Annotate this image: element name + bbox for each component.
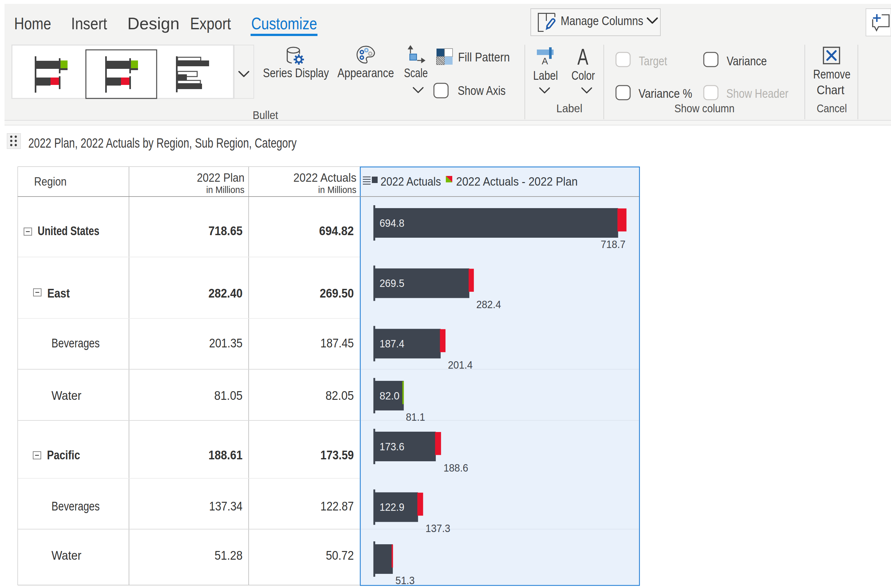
svg-text:51.28: 51.28 — [214, 549, 243, 562]
svg-text:122.9: 122.9 — [380, 501, 404, 513]
svg-text:718.7: 718.7 — [601, 238, 626, 250]
svg-text:187.45: 187.45 — [320, 336, 354, 350]
svg-text:Beverages: Beverages — [51, 336, 100, 350]
svg-text:Series Display: Series Display — [263, 66, 329, 80]
svg-text:137.34: 137.34 — [209, 500, 243, 513]
svg-text:Variance %: Variance % — [639, 87, 692, 100]
svg-text:United States: United States — [38, 224, 99, 238]
svg-text:Cancel: Cancel — [817, 102, 847, 114]
svg-text:Fill Pattern: Fill Pattern — [458, 50, 510, 64]
svg-text:Export: Export — [190, 14, 231, 33]
svg-text:269.5: 269.5 — [380, 277, 404, 289]
svg-text:East: East — [47, 286, 70, 300]
svg-text:Insert: Insert — [71, 14, 107, 33]
svg-text:51.3: 51.3 — [395, 574, 415, 586]
svg-text:Show column: Show column — [675, 102, 735, 114]
svg-text:Water: Water — [51, 549, 81, 562]
svg-text:Remove: Remove — [813, 67, 850, 81]
svg-text:50.72: 50.72 — [326, 549, 354, 562]
svg-text:694.8: 694.8 — [380, 217, 404, 229]
svg-text:188.61: 188.61 — [208, 448, 243, 462]
svg-text:694.82: 694.82 — [319, 224, 354, 238]
svg-text:Customize: Customize — [251, 14, 317, 33]
svg-text:201.35: 201.35 — [209, 336, 243, 350]
svg-text:Region: Region — [34, 175, 67, 188]
svg-text:2022 Plan, 2022 Actuals by Reg: 2022 Plan, 2022 Actuals by Region, Sub R… — [28, 135, 297, 150]
svg-text:Target: Target — [639, 54, 667, 68]
svg-text:188.6: 188.6 — [444, 462, 468, 474]
svg-text:82.0: 82.0 — [380, 390, 399, 402]
svg-text:282.40: 282.40 — [208, 286, 243, 300]
svg-text:Water: Water — [51, 389, 81, 402]
svg-text:Show Axis: Show Axis — [458, 84, 506, 98]
svg-text:Chart: Chart — [817, 83, 844, 97]
svg-text:Bullet: Bullet — [253, 109, 278, 121]
svg-text:718.65: 718.65 — [208, 224, 243, 238]
svg-text:Beverages: Beverages — [51, 500, 100, 513]
svg-text:in Millions: in Millions — [318, 184, 356, 195]
svg-text:137.3: 137.3 — [426, 522, 450, 534]
svg-text:2022 Actuals: 2022 Actuals — [381, 175, 441, 188]
svg-text:81.05: 81.05 — [214, 389, 243, 402]
svg-text:A: A — [542, 56, 548, 66]
svg-text:Home: Home — [14, 14, 51, 33]
svg-text:269.50: 269.50 — [320, 286, 354, 300]
svg-text:in Millions: in Millions — [206, 184, 244, 195]
svg-text:201.4: 201.4 — [448, 359, 472, 371]
svg-text:173.6: 173.6 — [380, 441, 404, 453]
svg-text:Appearance: Appearance — [338, 66, 394, 80]
svg-text:Show Header: Show Header — [726, 87, 788, 100]
svg-text:Label: Label — [556, 102, 582, 114]
svg-text:173.59: 173.59 — [320, 448, 354, 462]
svg-text:Label: Label — [533, 69, 558, 82]
svg-text:187.4: 187.4 — [380, 338, 404, 350]
svg-text:82.05: 82.05 — [326, 389, 354, 402]
svg-text:81.1: 81.1 — [406, 411, 425, 423]
svg-text:2022 Actuals: 2022 Actuals — [293, 171, 356, 184]
svg-text:122.87: 122.87 — [320, 500, 354, 513]
svg-text:A: A — [578, 44, 588, 69]
svg-text:Variance: Variance — [727, 54, 767, 68]
svg-text:2022 Plan: 2022 Plan — [197, 171, 244, 184]
svg-text:Scale: Scale — [404, 66, 428, 80]
svg-text:Pacific: Pacific — [47, 448, 80, 462]
svg-text:Design: Design — [128, 14, 180, 33]
svg-text:Color: Color — [572, 69, 595, 82]
svg-text:282.4: 282.4 — [476, 298, 501, 310]
svg-text:2022 Actuals - 2022 Plan: 2022 Actuals - 2022 Plan — [456, 175, 578, 188]
svg-text:Manage Columns: Manage Columns — [561, 14, 644, 28]
